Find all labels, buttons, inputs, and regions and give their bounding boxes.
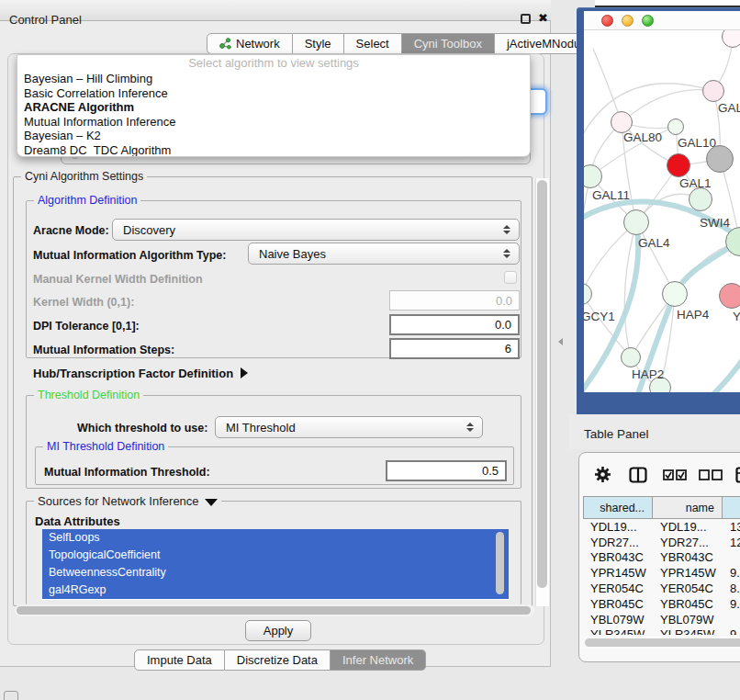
tab-label: Impute Data (147, 653, 212, 667)
network-canvas[interactable]: GALGAL80GAL10GAL1GAL11SWI4GAL4GCY1HAP4YH… (584, 30, 740, 392)
network-node[interactable] (667, 119, 684, 135)
float-window-icon[interactable] (521, 14, 531, 24)
network-node[interactable] (662, 281, 688, 307)
tab-label: Infer Network (342, 653, 413, 667)
checked-pair-icon[interactable] (663, 469, 687, 480)
dropdown-item[interactable]: Dream8 DC_TDC Algorithm (17, 143, 530, 158)
partial-table-icon[interactable] (735, 467, 740, 483)
dropdown-item[interactable]: Basic Correlation Inference (17, 86, 530, 101)
aracne-mode-combo[interactable]: Discovery (112, 219, 520, 241)
network-node[interactable] (667, 153, 690, 177)
apply-button[interactable]: Apply (245, 620, 311, 641)
network-node-label: Y (733, 310, 740, 323)
minimize-traffic-light-icon[interactable] (622, 15, 633, 27)
table-cell: YPR145W (583, 566, 653, 580)
table-cell: 9. (723, 597, 740, 611)
split-column-icon[interactable] (629, 467, 647, 483)
dropdown-item[interactable]: Bayesian – K2 (17, 129, 530, 143)
network-node-label: GCY1 (584, 310, 615, 323)
tab-label: Cyni Toolbox (414, 37, 482, 51)
network-node[interactable] (621, 347, 641, 367)
table-cell: YLR345W (653, 627, 723, 635)
cyni-settings-legend: Cyni Algorithm Settings (21, 170, 147, 183)
tab-label: Discretize Data (237, 653, 318, 667)
column-header-shared[interactable]: shared... (583, 496, 653, 519)
table-cell: 8. (723, 581, 740, 595)
settings-hscrollbar-thumb[interactable] (17, 606, 531, 615)
attribute-list-scrollbar[interactable] (496, 532, 504, 594)
settings-vscrollbar-thumb[interactable] (537, 180, 547, 588)
mi-type-combo[interactable]: Naive Bayes (248, 243, 520, 265)
network-node-label: GAL80 (623, 130, 662, 144)
mi-threshold-label: Mutual Information Threshold: (44, 466, 210, 479)
sources-legend-label: Sources for Network Inference (38, 494, 199, 508)
table-hscrollbar-thumb[interactable] (585, 638, 740, 647)
collapsed-panel-chip[interactable] (4, 691, 18, 700)
table-row[interactable]: YPR145WYPR145W9. (583, 565, 740, 581)
which-threshold-combo[interactable]: MI Threshold (215, 416, 483, 438)
panel-title: Control Panel (9, 13, 82, 27)
dropdown-item[interactable]: Bayesian – Hill Climbing (17, 72, 530, 86)
network-node-label: GAL4 (638, 236, 670, 250)
table-row[interactable]: YBR043CYBR043C (583, 550, 740, 566)
close-traffic-light-icon[interactable] (601, 15, 613, 27)
table-cell: 12 (723, 536, 740, 549)
column-header-extra[interactable] (723, 496, 740, 519)
control-panel-titlebar (0, 0, 551, 21)
network-node[interactable] (702, 80, 724, 102)
list-item[interactable]: gal4RGexp (42, 581, 509, 599)
network-node-label: GAL11 (592, 188, 630, 202)
unchecked-pair-icon[interactable] (699, 469, 723, 480)
network-node[interactable] (623, 209, 649, 235)
tab-impute-data[interactable]: Impute Data (134, 649, 225, 671)
column-header-name[interactable]: name (653, 496, 723, 519)
sources-legend[interactable]: Sources for Network Inference (34, 494, 221, 508)
data-attributes-label: Data Attributes (35, 514, 120, 528)
aracne-mode-label: Aracne Mode: (33, 224, 109, 237)
mi-type-label: Mutual Information Algorithm Type: (33, 249, 226, 262)
table-row[interactable]: YBL079WYBL079W (583, 612, 740, 627)
mi-steps-field[interactable]: 6 (389, 338, 520, 359)
table-row[interactable]: YDR27...YDR27...12 (583, 535, 740, 550)
tab-style[interactable]: Style (293, 33, 344, 54)
table-cell: YBL079W (653, 613, 723, 627)
tab-select[interactable]: Select (344, 33, 402, 54)
tab-discretize-data[interactable]: Discretize Data (225, 649, 331, 671)
dpi-tolerance-field[interactable]: 0.0 (389, 314, 520, 335)
table-cell: YBL079W (583, 613, 653, 627)
list-item[interactable]: BetweennessCentrality (42, 564, 509, 581)
network-node-label: SWI4 (700, 216, 730, 230)
zoom-traffic-light-icon[interactable] (642, 15, 654, 27)
dpi-tolerance-value: 0.0 (495, 318, 511, 332)
mi-threshold-field[interactable]: 0.5 (386, 460, 507, 481)
gear-icon[interactable] (594, 466, 611, 483)
tab-cyni-toolbox[interactable]: Cyni Toolbox (402, 33, 495, 54)
list-item[interactable]: SelfLoops (42, 529, 509, 547)
network-window-titlebar[interactable] (584, 11, 740, 30)
tab-label: Style (305, 37, 331, 51)
network-node[interactable] (719, 283, 740, 309)
table-cell: YBR045C (653, 597, 723, 611)
mi-steps-label: Mutual Information Steps: (33, 344, 174, 356)
tab-network[interactable]: Network (207, 33, 293, 54)
table-row[interactable]: YBR045CYBR045C9. (583, 596, 740, 612)
table-row[interactable]: YER054CYER054C8. (583, 581, 740, 596)
tab-infer-network[interactable]: Infer Network (331, 649, 426, 671)
network-node[interactable] (689, 187, 712, 211)
manual-kernel-label: Manual Kernel Width Definition (33, 273, 203, 286)
splitter-handle-icon[interactable] (558, 338, 563, 345)
list-item[interactable]: TopologicalCoefficient (42, 547, 509, 564)
bottom-tab-strip: Impute DataDiscretize DataInfer Network (134, 649, 426, 671)
apply-button-label: Apply (263, 624, 294, 638)
dropdown-item[interactable]: Mutual Information Inference (17, 115, 530, 130)
threshold-definition-legend: Threshold Definition (34, 389, 143, 401)
algorithm-definition-legend: Algorithm Definition (34, 194, 140, 207)
kernel-width-field: 0.0 (389, 290, 520, 310)
table-row[interactable]: YLR345WYLR345W9. (583, 627, 740, 635)
dropdown-item[interactable]: ARACNE Algorithm (17, 100, 530, 115)
hub-definition-expander[interactable]: Hub/Transcription Factor Definition (33, 367, 248, 380)
table-row[interactable]: YDL19...YDL19...13 (583, 519, 740, 535)
screenshot-root: Control Panel ✖ NetworkStyleSelectCyni T… (0, 0, 740, 700)
table-cell: YER054C (653, 581, 723, 595)
close-icon[interactable]: ✖ (538, 11, 548, 25)
